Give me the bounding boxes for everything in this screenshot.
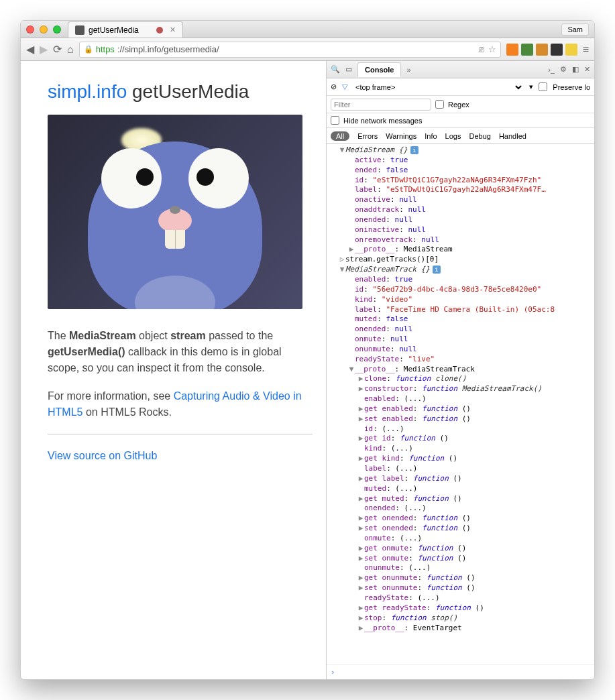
bookmark-star-icon[interactable]: ☆ <box>488 44 496 54</box>
browser-tab[interactable]: getUserMedia ✕ <box>68 21 183 38</box>
view-source-link[interactable]: View source on GitHub <box>48 450 157 461</box>
camera-indicator-icon[interactable]: ⎚ <box>479 44 484 54</box>
disclosure-arrow-icon[interactable]: ▶ <box>357 414 364 424</box>
disclosure-arrow-icon[interactable]: ▼ <box>339 265 345 275</box>
console-row[interactable]: ▶__proto__: MediaStream <box>327 245 594 255</box>
disclosure-arrow-icon[interactable]: ▶ <box>357 554 364 564</box>
close-window-button[interactable] <box>26 25 34 34</box>
disclosure-arrow-icon[interactable]: ▶ <box>357 454 364 464</box>
console-row[interactable]: enabled: (...) <box>327 394 594 404</box>
disclosure-arrow-icon[interactable]: ▼ <box>339 145 345 156</box>
console-row[interactable]: ended: false <box>327 166 594 176</box>
extension-icon[interactable] <box>506 44 518 56</box>
console-row[interactable]: ▶constructor: function MediaStreamTrack(… <box>327 384 594 394</box>
console-row[interactable]: id: "eStTDwUtQiC1G7gayh22aNAg6R34FXm47Fz… <box>327 176 594 186</box>
console-row[interactable]: ▶get onended: function () <box>327 514 594 524</box>
extension-icon[interactable] <box>521 44 533 56</box>
url-bar[interactable]: 🔒 https://simpl.info/getusermedia/ ⎚ ☆ <box>79 42 501 58</box>
console-row[interactable]: onactive: null <box>327 195 594 205</box>
regex-checkbox[interactable] <box>435 100 444 109</box>
level-all[interactable]: All <box>331 131 349 141</box>
disclosure-arrow-icon[interactable]: ▶ <box>348 245 355 255</box>
console-row[interactable]: ▶get enabled: function () <box>327 404 594 414</box>
console-row[interactable]: ▶set onmute: function () <box>327 554 594 564</box>
close-devtools-button[interactable]: ✕ <box>584 65 590 74</box>
console-row[interactable]: ▼MediaStreamTrack {}i <box>327 265 594 275</box>
level-debug[interactable]: Debug <box>469 132 490 140</box>
disclosure-arrow-icon[interactable]: ▼ <box>348 365 355 375</box>
back-button[interactable]: ◀ <box>26 43 34 56</box>
console-row[interactable]: kind: (...) <box>327 444 594 454</box>
home-button[interactable]: ⌂ <box>67 44 74 56</box>
close-tab-button[interactable]: ✕ <box>170 25 176 34</box>
console-prompt[interactable]: › <box>327 664 594 679</box>
console-row[interactable]: label: "eStTDwUtQiC1G7gayh22aNAg6R34FXm4… <box>327 185 594 195</box>
console-row[interactable]: kind: "video" <box>327 295 594 305</box>
zoom-window-button[interactable] <box>53 25 61 34</box>
console-row[interactable]: ▶set onunmute: function () <box>327 583 594 593</box>
disclosure-arrow-icon[interactable]: ▶ <box>357 404 364 414</box>
console-row[interactable]: ▶get onunmute: function () <box>327 573 594 583</box>
console-row[interactable]: onremovetrack: null <box>327 235 594 245</box>
console-row[interactable]: muted: false <box>327 314 594 325</box>
disclosure-arrow-icon[interactable]: ▶ <box>357 374 364 384</box>
dock-side-icon[interactable]: ◧ <box>572 65 579 74</box>
menu-button[interactable]: ≡ <box>583 44 589 56</box>
filter-input[interactable] <box>331 99 431 111</box>
extension-icon[interactable] <box>565 44 577 56</box>
console-row[interactable]: ▶set onended: function () <box>327 524 594 534</box>
console-row[interactable]: onaddtrack: null <box>327 205 594 215</box>
console-row[interactable]: active: true <box>327 156 594 166</box>
console-row[interactable]: ▶get muted: function () <box>327 494 594 504</box>
console-row[interactable]: onunmute: (...) <box>327 563 594 573</box>
cast-icon[interactable] <box>551 44 563 56</box>
console-row[interactable]: muted: (...) <box>327 484 594 494</box>
title-link[interactable]: simpl.info <box>48 81 127 102</box>
level-errors[interactable]: Errors <box>357 132 378 140</box>
level-handled[interactable]: Handled <box>499 132 526 140</box>
forward-button[interactable]: ▶ <box>40 43 48 56</box>
console-row[interactable]: id: "56ed72b9-d4bc-4c8a-98d3-78e5ce8420e… <box>327 285 594 295</box>
console-row[interactable]: ▼MediaStream {}i <box>327 145 594 156</box>
console-row[interactable]: ▶__proto__: EventTarget <box>327 624 594 634</box>
console-row[interactable]: ▶get kind: function () <box>327 454 594 464</box>
console-row[interactable]: onunmute: null <box>327 345 594 355</box>
reload-button[interactable]: ⟳ <box>53 43 62 56</box>
settings-gear-icon[interactable]: ⚙ <box>560 65 567 74</box>
tab-console[interactable]: Console <box>357 62 401 77</box>
disclosure-arrow-icon[interactable]: ▶ <box>357 624 364 634</box>
disclosure-arrow-icon[interactable]: ▶ <box>357 434 364 444</box>
filter-funnel-icon[interactable]: ▽ <box>342 82 347 91</box>
console-row[interactable]: onmute: (...) <box>327 534 594 544</box>
search-icon[interactable]: 🔍 <box>331 65 340 74</box>
console-row[interactable]: readyState: (...) <box>327 593 594 603</box>
profile-badge[interactable]: Sam <box>561 23 589 36</box>
hide-network-checkbox[interactable] <box>331 116 339 125</box>
disclosure-arrow-icon[interactable]: ▶ <box>357 384 364 394</box>
frame-select[interactable]: <top frame> <box>353 82 524 92</box>
console-row[interactable]: ▶get id: function () <box>327 434 594 444</box>
level-warnings[interactable]: Warnings <box>386 132 416 140</box>
disclosure-arrow-icon[interactable]: ▶ <box>357 474 364 484</box>
console-row[interactable]: ▼__proto__: MediaStreamTrack <box>327 365 594 375</box>
clear-console-icon[interactable]: ⊘ <box>331 82 337 91</box>
disclosure-arrow-icon[interactable]: ▶ <box>357 603 364 614</box>
minimize-window-button[interactable] <box>40 25 48 34</box>
console-row[interactable]: ▶get onmute: function () <box>327 544 594 554</box>
drawer-icon[interactable]: ›_ <box>548 66 555 74</box>
console-row[interactable]: label: "FaceTime HD Camera (Built-in) (0… <box>327 305 594 315</box>
console-row[interactable]: id: (...) <box>327 424 594 434</box>
frame-dropdown-arrow-icon[interactable]: ▾ <box>529 82 533 91</box>
disclosure-arrow-icon[interactable]: ▶ <box>357 544 364 554</box>
device-mode-icon[interactable]: ▭ <box>345 65 352 74</box>
console-output[interactable]: ▼MediaStream {}iactive: trueended: false… <box>327 144 594 664</box>
console-row[interactable]: onmute: null <box>327 335 594 345</box>
level-logs[interactable]: Logs <box>445 132 461 140</box>
console-row[interactable]: ▶clone: function clone() <box>327 374 594 384</box>
console-row[interactable]: oninactive: null <box>327 225 594 235</box>
console-row[interactable]: ▷stream.getTracks()[0] <box>327 255 594 265</box>
disclosure-arrow-icon[interactable]: ▶ <box>357 514 364 524</box>
disclosure-arrow-icon[interactable]: ▷ <box>339 255 345 265</box>
disclosure-arrow-icon[interactable]: ▶ <box>357 614 364 624</box>
console-row[interactable]: ▶set enabled: function () <box>327 414 594 424</box>
